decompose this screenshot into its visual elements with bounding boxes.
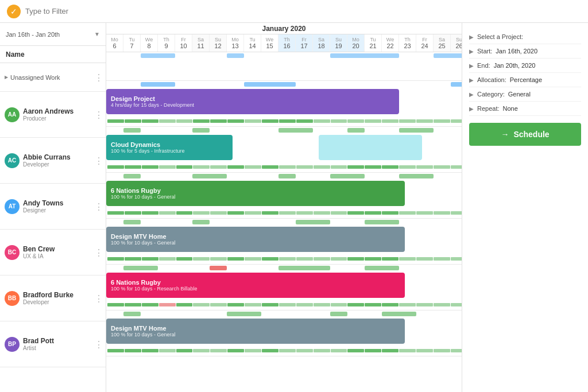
top-bar — [141, 53, 175, 58]
resource-panel: Jan 16th - Jan 20th ▼ Name ▶ Unassigned … — [0, 23, 106, 392]
filter-input[interactable] — [25, 7, 581, 15]
brad-menu[interactable]: ⋮ — [94, 339, 103, 350]
arrow-icon-project: ▶ — [469, 34, 474, 40]
days-row: Mo6Tu7We8Th9Fr10Sa11Su12Mo13Tu14We15Th16… — [106, 34, 462, 52]
category-value: General — [508, 91, 531, 98]
gantt-bar-andy[interactable]: 6 Nations Rugby100 % for 10 days - Gener… — [106, 181, 405, 206]
day-cell-10[interactable]: Fr10 — [175, 34, 192, 52]
side-panel-allocation[interactable]: ▶ Allocation: Percentage — [469, 73, 581, 87]
filter-bar: ✓ — [0, 0, 588, 23]
gantt-row-abbie[interactable]: Cloud Dynamics100 % for 5 days - Infrast… — [106, 127, 462, 173]
day-cell-18[interactable]: Sa18 — [313, 34, 330, 52]
name-col-header: Name — [0, 46, 106, 63]
expand-icon[interactable]: ▶ — [5, 75, 8, 80]
alloc-dots-andy — [106, 211, 462, 216]
side-panel: ▶ Select a Project: ▶ Start: Jan 16th, 2… — [462, 23, 588, 392]
resource-role-aaron: Producer — [23, 115, 101, 122]
resource-row-brad: BP Brad Pott Artist ⋮ — [0, 321, 106, 367]
day-cell-8[interactable]: We8 — [141, 34, 158, 52]
day-cell-9[interactable]: Th9 — [158, 34, 175, 52]
day-cell-16[interactable]: Th16 — [278, 34, 296, 52]
gantt-row-andy[interactable]: 6 Nations Rugby100 % for 10 days - Gener… — [106, 173, 462, 219]
resource-role-ben: UX & IA — [23, 253, 101, 259]
gantt-row-bradford[interactable]: 6 Nations Rugby100 % for 10 days - Resea… — [106, 265, 462, 311]
schedule-button[interactable]: → Schedule — [469, 123, 581, 146]
resource-name-andy: Andy Towns — [23, 199, 101, 207]
day-cell-26[interactable]: Su26 — [451, 34, 462, 52]
gantt-row-unassigned[interactable] — [106, 52, 462, 81]
gantt-row-ben[interactable]: Design MTV Home100 % for 10 days - Gener… — [106, 219, 462, 265]
top-bar — [210, 266, 227, 270]
gantt-bar-abbie[interactable]: Cloud Dynamics100 % for 5 days - Infrast… — [106, 135, 233, 160]
top-bar — [278, 174, 296, 178]
top-bar — [227, 53, 244, 58]
top-bar — [382, 312, 416, 316]
avatar-abbie: AC — [5, 153, 20, 168]
date-range-header[interactable]: Jan 16th - Jan 20th ▼ — [0, 23, 106, 46]
gantt-row-aaron[interactable]: Design Project4 hrs/day for 15 days - De… — [106, 81, 462, 127]
top-bar — [123, 266, 158, 270]
top-bar — [123, 312, 141, 316]
gantt-bar-ben[interactable]: Design MTV Home100 % for 10 days - Gener… — [106, 227, 405, 252]
day-cell-19[interactable]: Su19 — [330, 34, 347, 52]
day-cell-22[interactable]: We22 — [382, 34, 399, 52]
side-panel-start[interactable]: ▶ Start: Jan 16th, 2020 — [469, 44, 581, 59]
gantt-header: January 2020 Mo6Tu7We8Th9Fr10Sa11Su12Mo1… — [106, 23, 462, 52]
resource-name-brad: Brad Pott — [23, 337, 101, 345]
day-cell-20[interactable]: Mo20 — [347, 34, 365, 52]
top-bar — [278, 266, 330, 270]
resource-row-bradford: BB Bradford Burke Developer ⋮ — [0, 275, 106, 321]
schedule-label: Schedule — [513, 130, 549, 139]
day-cell-24[interactable]: Fr24 — [416, 34, 434, 52]
day-cell-25[interactable]: Sa25 — [434, 34, 451, 52]
aaron-menu[interactable]: ⋮ — [94, 109, 103, 120]
resource-row-abbie: AC Abbie Currans Developer ⋮ — [0, 138, 106, 184]
top-bar — [192, 220, 210, 224]
side-panel-repeat[interactable]: ▶ Repeat: None — [469, 102, 581, 116]
top-bar — [365, 266, 399, 270]
top-bar — [451, 82, 462, 87]
gantt-bar-bradford[interactable]: 6 Nations Rugby100 % for 10 days - Resea… — [106, 273, 405, 298]
day-cell-6[interactable]: Mo6 — [106, 34, 123, 52]
avatar-andy: AT — [5, 199, 20, 214]
side-panel-project[interactable]: ▶ Select a Project: — [469, 30, 581, 44]
resource-role-bradford: Developer — [23, 299, 101, 305]
app-logo: ✓ — [7, 5, 21, 18]
category-label: Category: — [477, 91, 505, 98]
month-label: January 2020 — [262, 25, 305, 33]
start-value: Jan 16th, 2020 — [496, 48, 537, 55]
top-bar — [330, 174, 365, 178]
month-row: January 2020 — [106, 23, 462, 34]
arrow-icon-repeat: ▶ — [469, 106, 474, 112]
alloc-dots-ben — [106, 257, 462, 262]
ben-menu[interactable]: ⋮ — [94, 247, 103, 258]
top-bar — [347, 128, 365, 133]
side-panel-category[interactable]: ▶ Category: General — [469, 87, 581, 102]
gantt-area[interactable]: January 2020 Mo6Tu7We8Th9Fr10Sa11Su12Mo1… — [106, 23, 462, 392]
day-cell-13[interactable]: Mo13 — [227, 34, 244, 52]
allocation-value: Percentage — [510, 76, 542, 83]
day-cell-15[interactable]: We15 — [261, 34, 278, 52]
gantt-bar-aaron[interactable]: Design Project4 hrs/day for 15 days - De… — [106, 89, 399, 114]
top-bar — [123, 174, 141, 178]
day-cell-7[interactable]: Tu7 — [123, 34, 141, 52]
day-cell-21[interactable]: Tu21 — [365, 34, 382, 52]
day-cell-17[interactable]: Fr17 — [296, 34, 313, 52]
unassigned-menu[interactable]: ⋮ — [94, 72, 103, 83]
top-bar — [227, 312, 261, 316]
unassigned-name: Unassigned Work — [10, 74, 60, 81]
bradford-menu[interactable]: ⋮ — [94, 293, 103, 304]
day-cell-23[interactable]: Th23 — [399, 34, 416, 52]
avatar-ben: BC — [5, 245, 20, 260]
top-bar — [365, 220, 399, 224]
day-cell-14[interactable]: Tu14 — [244, 34, 261, 52]
andy-menu[interactable]: ⋮ — [94, 201, 103, 212]
gantt-bar-abbie[interactable] — [319, 135, 422, 160]
gantt-row-brad[interactable]: Design MTV Home100 % for 10 days - Gener… — [106, 311, 462, 356]
gantt-bar-brad[interactable]: Design MTV Home100 % for 10 days - Gener… — [106, 319, 405, 344]
side-panel-end[interactable]: ▶ End: Jan 20th, 2020 — [469, 59, 581, 73]
day-cell-12[interactable]: Su12 — [210, 34, 227, 52]
abbie-menu[interactable]: ⋮ — [94, 155, 103, 166]
alloc-dots-bradford — [106, 303, 462, 308]
day-cell-11[interactable]: Sa11 — [192, 34, 210, 52]
